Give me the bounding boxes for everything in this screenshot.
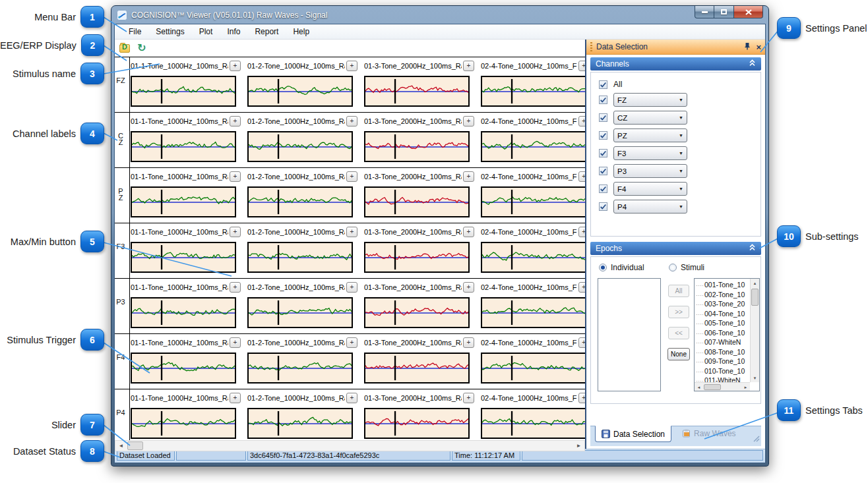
channel-dropdown[interactable]: PZ▼ — [613, 128, 687, 142]
epoch-item[interactable]: ····009-Tone_10 — [696, 356, 750, 366]
menu-item[interactable]: Plot — [192, 27, 220, 36]
stimuli-label: Stimuli — [681, 263, 704, 272]
scroll-left-icon[interactable]: ◄ — [695, 384, 702, 390]
channel-checkbox[interactable] — [599, 185, 607, 193]
none-button[interactable]: None — [667, 348, 690, 360]
channel-checkbox[interactable] — [599, 202, 607, 211]
collapse-icon[interactable] — [749, 59, 756, 69]
epochs-header[interactable]: Epochs — [590, 242, 761, 255]
max-min-button[interactable]: + — [578, 61, 585, 71]
resize-grip[interactable] — [752, 433, 760, 445]
stimuli-radio[interactable] — [669, 264, 677, 271]
horizontal-slider[interactable]: ◄ ► — [115, 440, 585, 451]
channel-dropdown[interactable]: CZ▼ — [613, 111, 687, 125]
max-min-button[interactable]: + — [230, 116, 241, 127]
menu-item[interactable]: Settings — [148, 27, 191, 36]
tree-connector: ···· — [696, 339, 704, 346]
menu-item[interactable]: Info — [220, 27, 247, 36]
max-min-button[interactable]: + — [463, 337, 474, 348]
slider-thumb[interactable] — [127, 441, 143, 450]
max-min-button[interactable]: + — [346, 337, 357, 348]
menu-item[interactable]: Help — [286, 27, 317, 36]
max-min-button[interactable]: + — [346, 61, 357, 71]
scroll-right-icon[interactable]: ► — [574, 441, 584, 450]
selected-epochs-list[interactable] — [598, 278, 661, 391]
channel-checkbox[interactable] — [599, 96, 607, 104]
scroll-left-icon[interactable]: ◄ — [116, 441, 126, 450]
epoch-list-vscrollbar[interactable]: ▲ ▼ — [750, 279, 759, 382]
max-min-button[interactable]: + — [578, 171, 585, 182]
max-min-button[interactable]: + — [230, 61, 241, 71]
channel-checkbox[interactable] — [599, 167, 607, 175]
epoch-item[interactable]: ····002-Tone_10 — [696, 290, 750, 300]
epoch-item[interactable]: ····006-Tone_10 — [696, 328, 750, 338]
max-min-button[interactable]: + — [463, 116, 474, 127]
max-min-button[interactable]: + — [463, 282, 474, 293]
channel-dropdown[interactable]: F3▼ — [613, 146, 687, 160]
max-min-button[interactable]: + — [578, 337, 585, 348]
max-min-button[interactable]: + — [346, 171, 357, 182]
epoch-item[interactable]: ····008-Tone_10 — [696, 347, 750, 357]
eeg-trace — [132, 87, 235, 94]
channel-checkbox[interactable] — [599, 149, 607, 157]
max-min-button[interactable]: + — [463, 171, 474, 182]
epoch-item[interactable]: ····011-WhiteN — [696, 376, 750, 382]
epoch-list-hscrollbar[interactable]: ◄ ► — [695, 382, 750, 391]
max-min-button[interactable]: + — [346, 282, 357, 293]
epoch-item[interactable]: ····003-Tone_20 — [696, 299, 750, 309]
channel-checkbox[interactable] — [599, 131, 607, 140]
eeg-column-cell: 01-3-Tone_2000Hz_100ms_Rar+ — [364, 279, 478, 328]
scroll-up-icon[interactable]: ▲ — [751, 279, 759, 287]
pin-icon[interactable] — [743, 42, 752, 51]
channel-dropdown[interactable]: F4▼ — [613, 182, 687, 196]
menu-item[interactable]: File — [121, 27, 148, 36]
scroll-down-icon[interactable]: ▼ — [751, 374, 759, 382]
max-min-button[interactable]: + — [578, 393, 585, 403]
collapse-icon[interactable] — [749, 244, 756, 253]
max-min-button[interactable]: + — [230, 337, 241, 348]
refresh-button[interactable]: ↻ — [136, 42, 148, 54]
max-min-button[interactable]: + — [578, 116, 585, 127]
panel-header[interactable]: Data Selection × — [586, 40, 765, 55]
tab-raw-waves[interactable]: Raw Waves — [676, 426, 742, 441]
scroll-right-icon[interactable]: ► — [742, 384, 749, 390]
tab-data-selection[interactable]: Data Selection — [595, 426, 671, 442]
minimize-button[interactable] — [695, 6, 714, 18]
menu-item[interactable]: Report — [247, 27, 286, 36]
all-checkbox[interactable] — [599, 80, 607, 89]
max-min-button[interactable]: + — [230, 171, 241, 182]
title-bar[interactable]: COGNISION™ Viewer (V05.01.01) Raw Waves … — [111, 6, 768, 24]
channel-checkbox[interactable] — [599, 113, 607, 122]
max-min-button[interactable]: + — [346, 393, 357, 403]
max-min-button[interactable]: + — [230, 282, 241, 293]
panel-close-icon[interactable]: × — [756, 43, 761, 51]
max-min-button[interactable]: + — [346, 116, 357, 127]
epoch-item[interactable]: ····007-WhiteN — [696, 337, 750, 347]
channel-dropdown[interactable]: P3▼ — [613, 164, 687, 178]
epoch-item[interactable]: ····005-Tone_10 — [696, 318, 750, 328]
vscroll-thumb[interactable] — [751, 289, 759, 306]
max-min-button[interactable]: + — [230, 227, 241, 237]
max-min-button[interactable]: + — [578, 227, 585, 237]
all-button[interactable]: All — [668, 285, 689, 297]
hscroll-thumb[interactable] — [704, 384, 721, 390]
max-min-button[interactable]: + — [230, 393, 241, 403]
max-min-button[interactable]: + — [463, 61, 474, 71]
close-button[interactable] — [733, 6, 763, 18]
epoch-item[interactable]: ····004-Tone_10 — [696, 309, 750, 319]
channels-header[interactable]: Channels — [590, 57, 761, 71]
epoch-list[interactable]: ····001-Tone_10····002-Tone_10····003-To… — [694, 278, 760, 391]
epoch-item[interactable]: ····001-Tone_10 — [696, 280, 750, 290]
move-left-button[interactable]: << — [668, 327, 689, 339]
channel-dropdown[interactable]: P4▼ — [613, 200, 687, 213]
epoch-item[interactable]: ····010-Tone_10 — [696, 366, 750, 376]
open-dataset-button[interactable]: D — [119, 42, 131, 54]
maximize-button[interactable] — [714, 6, 733, 18]
individual-radio[interactable] — [599, 264, 607, 271]
move-right-button[interactable]: >> — [668, 306, 689, 318]
max-min-button[interactable]: + — [578, 282, 585, 293]
max-min-button[interactable]: + — [463, 393, 474, 403]
channel-dropdown[interactable]: FZ▼ — [613, 93, 687, 107]
max-min-button[interactable]: + — [346, 227, 357, 237]
max-min-button[interactable]: + — [463, 227, 474, 237]
